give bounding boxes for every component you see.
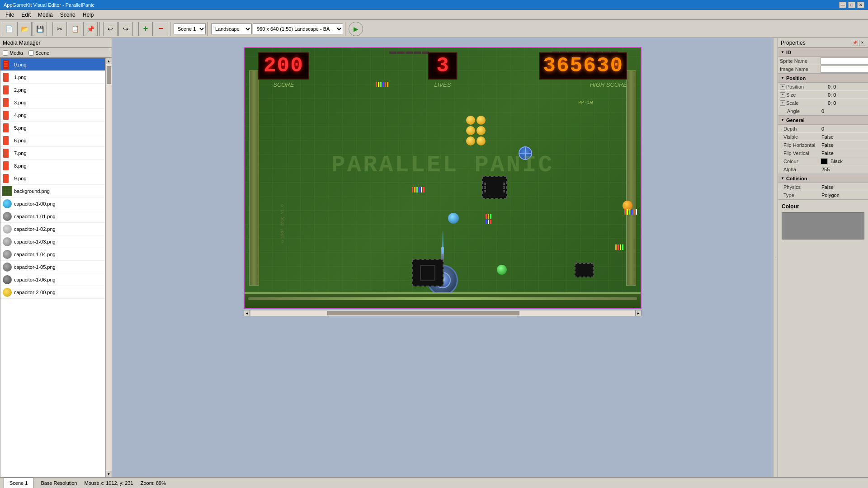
pp-label: PP-10: [578, 100, 593, 105]
list-item[interactable]: capacitor-1-05.png: [0, 261, 105, 273]
remove-button[interactable]: −: [154, 22, 168, 36]
game-canvas[interactable]: 200 SCORE 3 LIVES 365630 HIGH SCORE: [244, 47, 642, 309]
list-item[interactable]: capacitor-1-03.png: [0, 235, 105, 248]
media-tab[interactable]: Media: [3, 50, 23, 56]
new-button[interactable]: 📄: [2, 22, 16, 36]
pin-icon[interactable]: 📌: [852, 40, 858, 46]
svg-rect-35: [4, 150, 8, 151]
list-item[interactable]: 5.png: [0, 122, 105, 134]
close-properties-btn[interactable]: ✕: [859, 40, 865, 46]
list-item[interactable]: 4.png: [0, 109, 105, 122]
separator-3: [135, 22, 137, 36]
media-manager-label: Media Manager: [3, 40, 40, 46]
media-list: 0.png 1.png 2.png: [0, 58, 105, 477]
hscroll-left-btn[interactable]: ◄: [244, 310, 250, 316]
cut-button[interactable]: ✂: [52, 22, 67, 36]
list-item[interactable]: 0.png: [0, 58, 105, 71]
scroll-thumb[interactable]: [107, 66, 111, 84]
hscroll-right-btn[interactable]: ►: [635, 310, 642, 316]
colour-swatch[interactable]: [821, 158, 828, 164]
svg-rect-40: [7, 164, 9, 166]
item-label-7png: 7.png: [14, 150, 27, 156]
titlebar-controls: — □ ✕: [839, 2, 864, 8]
colour-panel-swatch[interactable]: [782, 212, 864, 239]
menu-file[interactable]: File: [2, 11, 18, 19]
hiscore-value: 365630: [539, 52, 627, 80]
resolution-select[interactable]: 960 x 640 (1.50) Landscape - BA: [253, 23, 343, 34]
left-connector: [249, 70, 259, 286]
list-item[interactable]: 9.png: [0, 172, 105, 185]
list-item[interactable]: capacitor-1-01.png: [0, 210, 105, 223]
thumb-2png: [2, 85, 12, 95]
menu-media[interactable]: Media: [34, 11, 57, 19]
orientation-select[interactable]: Landscape Portrait: [211, 23, 252, 34]
size-expand[interactable]: +: [780, 92, 785, 98]
item-label-4png: 4.png: [14, 113, 27, 118]
general-section-header[interactable]: General: [778, 116, 868, 125]
menu-help[interactable]: Help: [79, 11, 98, 19]
list-item[interactable]: capacitor-1-06.png: [0, 273, 105, 286]
menu-edit[interactable]: Edit: [18, 11, 34, 19]
thumb-8png: [2, 161, 12, 171]
redo-button[interactable]: ↪: [118, 22, 133, 36]
position-expand[interactable]: +: [780, 84, 785, 89]
play-button[interactable]: ▶: [349, 22, 363, 36]
menu-scene[interactable]: Scene: [57, 11, 79, 19]
flip-v-value: False: [821, 150, 866, 156]
type-value: Polygon: [821, 192, 866, 198]
list-item[interactable]: capacitor-1-04.png: [0, 248, 105, 261]
list-item[interactable]: 3.png: [0, 96, 105, 109]
svg-rect-24: [4, 126, 6, 128]
copy-button[interactable]: 📋: [68, 22, 82, 36]
position-section-header[interactable]: Position: [778, 74, 868, 83]
list-item[interactable]: 7.png: [0, 147, 105, 160]
maximize-button[interactable]: □: [848, 2, 855, 8]
ball-group-yellow: [466, 116, 486, 145]
list-item[interactable]: 8.png: [0, 160, 105, 172]
scene-checkbox[interactable]: [28, 50, 34, 56]
circuit-year: ©1987 2010 V1.0: [280, 204, 285, 243]
undo-button[interactable]: ↩: [103, 22, 118, 36]
image-name-input[interactable]: [821, 66, 868, 73]
type-row: Type Polygon: [778, 191, 868, 199]
sprite-name-input[interactable]: [821, 57, 868, 65]
list-item[interactable]: capacitor-2-00.png: [0, 286, 105, 299]
open-button[interactable]: 📂: [17, 22, 32, 36]
physics-label: Physics: [780, 184, 821, 190]
media-scrollbar: ▲ ▼: [105, 58, 112, 477]
save-button[interactable]: 💾: [33, 22, 47, 36]
close-button[interactable]: ✕: [857, 2, 864, 8]
led-top-left: [376, 82, 388, 87]
svg-rect-10: [4, 91, 6, 94]
paste-button[interactable]: 📌: [83, 22, 98, 36]
flip-h-label: Flip Horizontal: [780, 142, 821, 148]
properties-header: Properties 📌 ✕: [778, 38, 868, 48]
collision-section-header[interactable]: Collision: [778, 174, 868, 183]
separator-5: [208, 22, 209, 36]
menubar: File Edit Media Scene Help: [0, 10, 868, 20]
scale-expand[interactable]: +: [780, 100, 785, 106]
add-button[interactable]: +: [138, 22, 153, 36]
list-item[interactable]: 2.png: [0, 84, 105, 96]
scroll-down-btn[interactable]: ▼: [106, 471, 112, 477]
scene-tab-label: Scene 1: [9, 480, 28, 486]
scroll-up-btn[interactable]: ▲: [106, 58, 112, 64]
list-item[interactable]: capacitor-1-02.png: [0, 223, 105, 235]
scene-tab-media[interactable]: Scene: [28, 50, 49, 56]
list-item[interactable]: 1.png: [0, 71, 105, 84]
resize-handle[interactable]: ⋮: [773, 38, 778, 477]
h-scrollbar: ◄ ►: [244, 310, 642, 316]
list-item[interactable]: 6.png: [0, 134, 105, 147]
scene-select[interactable]: Scene 1: [174, 23, 206, 34]
svg-rect-1: [4, 61, 8, 62]
media-checkbox[interactable]: [3, 50, 8, 56]
id-section-header[interactable]: ID: [778, 48, 868, 57]
toolbar: 📄 📂 💾 ✂ 📋 📌 ↩ ↪ + − Scene 1 Landscape Po…: [0, 20, 868, 38]
list-item[interactable]: background.png: [0, 185, 105, 197]
hscroll-thumb[interactable]: [327, 311, 519, 315]
minimize-button[interactable]: —: [839, 2, 846, 8]
thumb-0png: [2, 60, 12, 70]
svg-rect-9: [4, 90, 8, 91]
list-item[interactable]: capacitor-1-00.png: [0, 197, 105, 210]
scene-bottom-tab[interactable]: Scene 1: [4, 478, 33, 488]
